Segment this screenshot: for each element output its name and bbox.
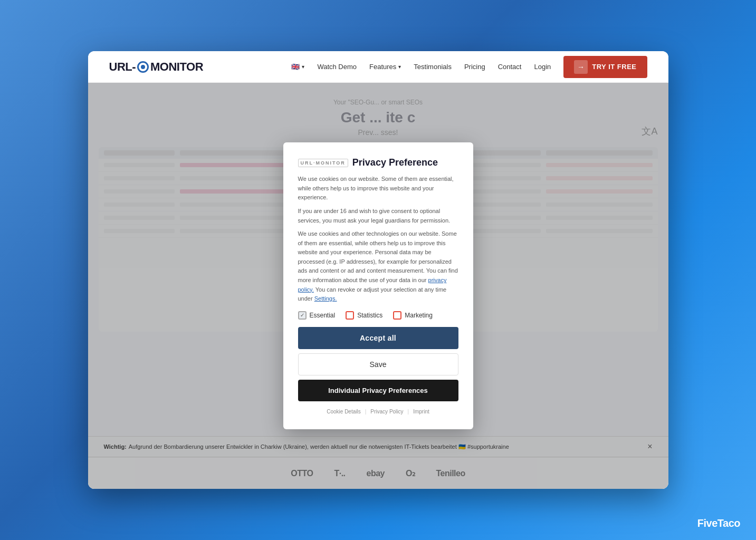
settings-link[interactable]: Settings.	[314, 295, 337, 302]
sep-1: |	[365, 409, 367, 414]
try-free-label: TRY IT FREE	[592, 63, 636, 71]
imprint-link[interactable]: Imprint	[413, 409, 429, 414]
logo-url-part: URL-	[109, 60, 136, 74]
nav-testimonials[interactable]: Testimonials	[414, 63, 452, 71]
modal-overlay: URL·MONITOR Privacy Preference We use co…	[88, 83, 668, 489]
navbar: URL- MONITOR 🇬🇧 ▾ Watch Demo Features ▾ …	[88, 51, 668, 83]
checkbox-statistics[interactable]: Statistics	[346, 311, 382, 320]
privacy-modal: URL·MONITOR Privacy Preference We use co…	[283, 142, 473, 429]
try-free-arrow-icon: →	[574, 60, 588, 74]
chevron-down-icon: ▾	[398, 64, 401, 70]
marketing-label: Marketing	[405, 312, 433, 319]
statistics-label: Statistics	[357, 312, 382, 319]
modal-text-3: We use cookies and other technologies on…	[298, 229, 458, 304]
statistics-checkbox-box[interactable]	[346, 311, 354, 320]
check-icon: ✓	[300, 312, 304, 318]
try-free-button[interactable]: → TRY IT FREE	[563, 56, 647, 78]
logo: URL- MONITOR	[109, 60, 204, 74]
fivetaco-five: Five	[697, 517, 717, 529]
nav-watch-demo[interactable]: Watch Demo	[317, 63, 357, 71]
modal-text-3-part1: We use cookies and other technologies on…	[298, 230, 458, 283]
modal-text-1: We use cookies on our website. Some of t…	[298, 175, 458, 202]
modal-logo-area: URL·MONITOR Privacy Preference	[298, 157, 458, 168]
flag-emoji: 🇬🇧	[291, 63, 300, 71]
modal-title: Privacy Preference	[352, 157, 438, 168]
marketing-checkbox-box[interactable]	[393, 311, 401, 320]
checkbox-essential[interactable]: ✓ Essential	[298, 311, 336, 320]
chevron-down-icon: ▾	[302, 64, 304, 70]
accept-all-button[interactable]: Accept all	[298, 327, 458, 349]
nav-flag[interactable]: 🇬🇧 ▾	[291, 63, 304, 71]
save-button[interactable]: Save	[298, 353, 458, 375]
nav-links: 🇬🇧 ▾ Watch Demo Features ▾ Testimonials …	[291, 56, 647, 78]
browser-container: URL- MONITOR 🇬🇧 ▾ Watch Demo Features ▾ …	[88, 51, 668, 489]
fivetaco-taco: Taco	[717, 517, 740, 529]
logo-monitor-text: MONITOR	[150, 60, 203, 74]
nav-pricing[interactable]: Pricing	[464, 63, 485, 71]
logo-icon-inner	[141, 65, 145, 69]
essential-label: Essential	[310, 312, 336, 319]
modal-text-2: If you are under 16 and wish to give con…	[298, 207, 458, 225]
logo-icon	[137, 61, 149, 73]
nav-features[interactable]: Features ▾	[369, 63, 401, 71]
modal-footer-links: Cookie Details | Privacy Policy | Imprin…	[298, 409, 458, 414]
fivetaco-watermark: FiveTaco	[697, 517, 740, 529]
nav-contact[interactable]: Contact	[498, 63, 522, 71]
modal-logo-small: URL·MONITOR	[298, 159, 348, 167]
privacy-policy-footer-link[interactable]: Privacy Policy	[370, 409, 403, 414]
checkbox-marketing[interactable]: Marketing	[393, 311, 433, 320]
checkbox-row: ✓ Essential Statistics Marketing	[298, 311, 458, 320]
cookie-details-link[interactable]: Cookie Details	[327, 409, 360, 414]
content-area: Your "SEO-Gu... or smart SEOs Get ... it…	[88, 83, 668, 489]
essential-checkbox-box[interactable]: ✓	[298, 311, 307, 320]
individual-privacy-button[interactable]: Individual Privacy Preferences	[298, 380, 458, 401]
sep-2: |	[408, 409, 409, 414]
nav-login[interactable]: Login	[534, 63, 551, 71]
